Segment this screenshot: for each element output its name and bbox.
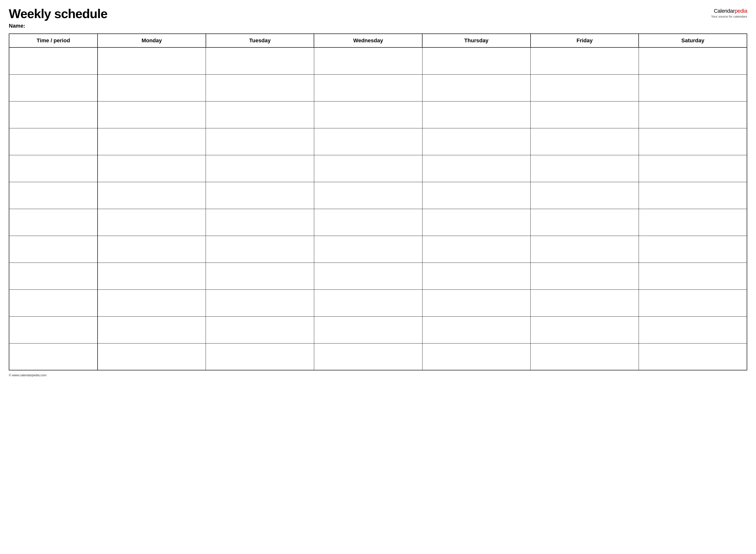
day-cell <box>314 101 422 128</box>
day-cell <box>98 343 206 370</box>
day-cell <box>314 263 422 289</box>
day-cell <box>206 236 314 263</box>
page-title: Weekly schedule <box>9 7 107 21</box>
table-row <box>9 316 747 343</box>
day-cell <box>98 209 206 236</box>
time-cell <box>9 289 98 316</box>
day-cell <box>98 316 206 343</box>
day-cell <box>422 236 531 263</box>
col-header-wednesday: Wednesday <box>314 34 422 47</box>
day-cell <box>422 101 531 128</box>
day-cell <box>206 74 314 101</box>
day-cell <box>422 128 531 155</box>
table-header-row: Time / period Monday Tuesday Wednesday T… <box>9 34 747 47</box>
day-cell <box>206 47 314 74</box>
day-cell <box>98 289 206 316</box>
col-header-thursday: Thursday <box>422 34 531 47</box>
day-cell <box>531 316 639 343</box>
day-cell <box>206 316 314 343</box>
day-cell <box>422 47 531 74</box>
day-cell <box>639 289 747 316</box>
day-cell <box>639 101 747 128</box>
table-row <box>9 128 747 155</box>
col-header-time: Time / period <box>9 34 98 47</box>
logo-red-part: pedia <box>735 8 747 14</box>
day-cell <box>422 289 531 316</box>
col-header-monday: Monday <box>98 34 206 47</box>
day-cell <box>639 182 747 209</box>
day-cell <box>314 182 422 209</box>
name-label: Name: <box>9 23 107 29</box>
day-cell <box>206 209 314 236</box>
day-cell <box>531 343 639 370</box>
table-row <box>9 289 747 316</box>
table-row <box>9 263 747 289</box>
day-cell <box>531 263 639 289</box>
day-cell <box>314 236 422 263</box>
day-cell <box>314 316 422 343</box>
time-cell <box>9 182 98 209</box>
time-cell <box>9 343 98 370</box>
footer: © www.calendarpedia.com <box>9 373 747 377</box>
col-header-saturday: Saturday <box>639 34 747 47</box>
table-row <box>9 101 747 128</box>
day-cell <box>531 209 639 236</box>
time-cell <box>9 263 98 289</box>
logo-area: Calendarpedia Your source for calendars <box>711 8 747 18</box>
day-cell <box>531 101 639 128</box>
day-cell <box>98 101 206 128</box>
table-row <box>9 236 747 263</box>
time-cell <box>9 101 98 128</box>
table-row <box>9 343 747 370</box>
day-cell <box>639 128 747 155</box>
day-cell <box>639 209 747 236</box>
day-cell <box>422 316 531 343</box>
day-cell <box>206 263 314 289</box>
time-cell <box>9 128 98 155</box>
day-cell <box>206 101 314 128</box>
day-cell <box>639 155 747 182</box>
day-cell <box>422 74 531 101</box>
day-cell <box>639 343 747 370</box>
time-cell <box>9 236 98 263</box>
day-cell <box>206 155 314 182</box>
day-cell <box>422 343 531 370</box>
day-cell <box>98 236 206 263</box>
table-row <box>9 182 747 209</box>
title-section: Weekly schedule Name: <box>9 7 107 29</box>
col-header-friday: Friday <box>531 34 639 47</box>
table-row <box>9 155 747 182</box>
day-cell <box>422 155 531 182</box>
day-cell <box>422 209 531 236</box>
day-cell <box>206 182 314 209</box>
table-row <box>9 74 747 101</box>
time-cell <box>9 209 98 236</box>
time-cell <box>9 74 98 101</box>
day-cell <box>98 74 206 101</box>
day-cell <box>206 128 314 155</box>
day-cell <box>314 209 422 236</box>
day-cell <box>422 263 531 289</box>
day-cell <box>98 182 206 209</box>
time-cell <box>9 47 98 74</box>
day-cell <box>531 289 639 316</box>
logo-subtitle: Your source for calendars <box>711 15 747 18</box>
time-cell <box>9 155 98 182</box>
page-header: Weekly schedule Name: Calendarpedia Your… <box>9 7 747 29</box>
day-cell <box>531 236 639 263</box>
day-cell <box>98 47 206 74</box>
day-cell <box>206 343 314 370</box>
weekly-schedule-table: Time / period Monday Tuesday Wednesday T… <box>9 34 747 370</box>
day-cell <box>314 47 422 74</box>
logo-text: Calendarpedia <box>714 8 747 14</box>
day-cell <box>98 155 206 182</box>
day-cell <box>639 316 747 343</box>
day-cell <box>206 289 314 316</box>
day-cell <box>314 289 422 316</box>
copyright-text: © www.calendarpedia.com <box>9 373 47 377</box>
day-cell <box>531 182 639 209</box>
day-cell <box>314 155 422 182</box>
day-cell <box>314 343 422 370</box>
day-cell <box>531 74 639 101</box>
day-cell <box>639 74 747 101</box>
